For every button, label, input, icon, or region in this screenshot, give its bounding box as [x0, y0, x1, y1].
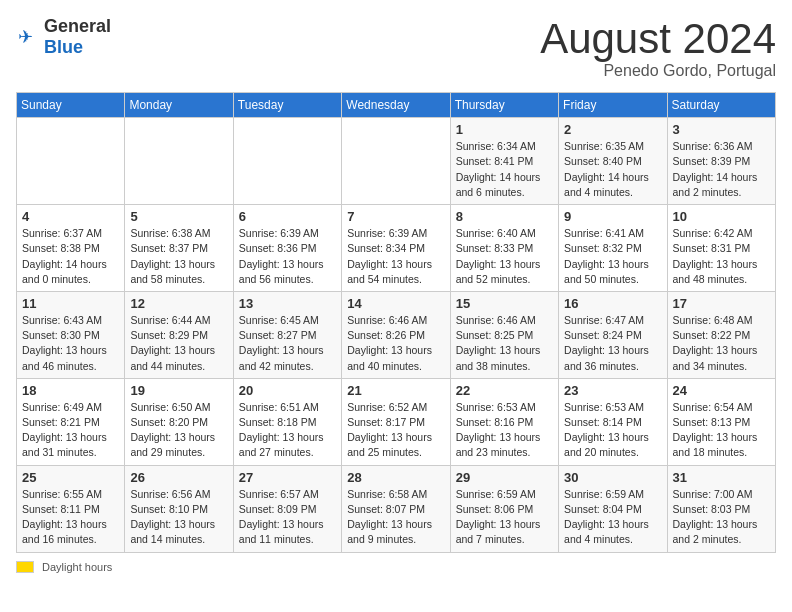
- day-info: Sunrise: 6:39 AM Sunset: 8:36 PM Dayligh…: [239, 226, 336, 287]
- day-info: Sunrise: 6:49 AM Sunset: 8:21 PM Dayligh…: [22, 400, 119, 461]
- calendar-cell: 4Sunrise: 6:37 AM Sunset: 8:38 PM Daylig…: [17, 205, 125, 292]
- calendar-cell: [125, 118, 233, 205]
- day-info: Sunrise: 6:58 AM Sunset: 8:07 PM Dayligh…: [347, 487, 444, 548]
- calendar-cell: 20Sunrise: 6:51 AM Sunset: 8:18 PM Dayli…: [233, 378, 341, 465]
- calendar-cell: 13Sunrise: 6:45 AM Sunset: 8:27 PM Dayli…: [233, 291, 341, 378]
- day-number: 6: [239, 209, 336, 224]
- calendar-cell: 12Sunrise: 6:44 AM Sunset: 8:29 PM Dayli…: [125, 291, 233, 378]
- weekday-header-wednesday: Wednesday: [342, 93, 450, 118]
- day-number: 14: [347, 296, 444, 311]
- calendar-cell: 16Sunrise: 6:47 AM Sunset: 8:24 PM Dayli…: [559, 291, 667, 378]
- day-number: 31: [673, 470, 770, 485]
- calendar-cell: 22Sunrise: 6:53 AM Sunset: 8:16 PM Dayli…: [450, 378, 558, 465]
- day-info: Sunrise: 6:53 AM Sunset: 8:16 PM Dayligh…: [456, 400, 553, 461]
- day-number: 24: [673, 383, 770, 398]
- calendar-cell: 19Sunrise: 6:50 AM Sunset: 8:20 PM Dayli…: [125, 378, 233, 465]
- svg-text:✈: ✈: [18, 27, 33, 47]
- day-number: 21: [347, 383, 444, 398]
- day-number: 9: [564, 209, 661, 224]
- month-title: August 2024: [540, 16, 776, 62]
- weekday-header-sunday: Sunday: [17, 93, 125, 118]
- day-info: Sunrise: 6:42 AM Sunset: 8:31 PM Dayligh…: [673, 226, 770, 287]
- calendar-cell: 18Sunrise: 6:49 AM Sunset: 8:21 PM Dayli…: [17, 378, 125, 465]
- calendar-week-row: 11Sunrise: 6:43 AM Sunset: 8:30 PM Dayli…: [17, 291, 776, 378]
- day-info: Sunrise: 6:43 AM Sunset: 8:30 PM Dayligh…: [22, 313, 119, 374]
- calendar-cell: 5Sunrise: 6:38 AM Sunset: 8:37 PM Daylig…: [125, 205, 233, 292]
- day-number: 30: [564, 470, 661, 485]
- day-info: Sunrise: 6:35 AM Sunset: 8:40 PM Dayligh…: [564, 139, 661, 200]
- day-number: 26: [130, 470, 227, 485]
- day-number: 7: [347, 209, 444, 224]
- weekday-header-saturday: Saturday: [667, 93, 775, 118]
- calendar-cell: 11Sunrise: 6:43 AM Sunset: 8:30 PM Dayli…: [17, 291, 125, 378]
- day-info: Sunrise: 7:00 AM Sunset: 8:03 PM Dayligh…: [673, 487, 770, 548]
- calendar-cell: [342, 118, 450, 205]
- day-info: Sunrise: 6:56 AM Sunset: 8:10 PM Dayligh…: [130, 487, 227, 548]
- day-number: 29: [456, 470, 553, 485]
- weekday-header-tuesday: Tuesday: [233, 93, 341, 118]
- day-number: 20: [239, 383, 336, 398]
- day-number: 18: [22, 383, 119, 398]
- legend-icon: [16, 561, 34, 573]
- day-number: 16: [564, 296, 661, 311]
- calendar-cell: 10Sunrise: 6:42 AM Sunset: 8:31 PM Dayli…: [667, 205, 775, 292]
- calendar-cell: 21Sunrise: 6:52 AM Sunset: 8:17 PM Dayli…: [342, 378, 450, 465]
- weekday-header-row: SundayMondayTuesdayWednesdayThursdayFrid…: [17, 93, 776, 118]
- day-info: Sunrise: 6:51 AM Sunset: 8:18 PM Dayligh…: [239, 400, 336, 461]
- calendar-cell: 1Sunrise: 6:34 AM Sunset: 8:41 PM Daylig…: [450, 118, 558, 205]
- day-number: 25: [22, 470, 119, 485]
- calendar-cell: 23Sunrise: 6:53 AM Sunset: 8:14 PM Dayli…: [559, 378, 667, 465]
- calendar-cell: 9Sunrise: 6:41 AM Sunset: 8:32 PM Daylig…: [559, 205, 667, 292]
- day-info: Sunrise: 6:36 AM Sunset: 8:39 PM Dayligh…: [673, 139, 770, 200]
- day-number: 3: [673, 122, 770, 137]
- header: ✈ General Blue August 2024 Penedo Gordo,…: [16, 16, 776, 80]
- day-number: 27: [239, 470, 336, 485]
- day-info: Sunrise: 6:37 AM Sunset: 8:38 PM Dayligh…: [22, 226, 119, 287]
- day-info: Sunrise: 6:39 AM Sunset: 8:34 PM Dayligh…: [347, 226, 444, 287]
- calendar-table: SundayMondayTuesdayWednesdayThursdayFrid…: [16, 92, 776, 552]
- calendar-cell: 25Sunrise: 6:55 AM Sunset: 8:11 PM Dayli…: [17, 465, 125, 552]
- calendar-cell: [17, 118, 125, 205]
- calendar-cell: 14Sunrise: 6:46 AM Sunset: 8:26 PM Dayli…: [342, 291, 450, 378]
- day-number: 19: [130, 383, 227, 398]
- day-info: Sunrise: 6:48 AM Sunset: 8:22 PM Dayligh…: [673, 313, 770, 374]
- day-info: Sunrise: 6:44 AM Sunset: 8:29 PM Dayligh…: [130, 313, 227, 374]
- calendar-cell: 17Sunrise: 6:48 AM Sunset: 8:22 PM Dayli…: [667, 291, 775, 378]
- day-info: Sunrise: 6:45 AM Sunset: 8:27 PM Dayligh…: [239, 313, 336, 374]
- day-number: 11: [22, 296, 119, 311]
- calendar-cell: 6Sunrise: 6:39 AM Sunset: 8:36 PM Daylig…: [233, 205, 341, 292]
- title-area: August 2024 Penedo Gordo, Portugal: [540, 16, 776, 80]
- calendar-cell: 3Sunrise: 6:36 AM Sunset: 8:39 PM Daylig…: [667, 118, 775, 205]
- calendar-cell: 28Sunrise: 6:58 AM Sunset: 8:07 PM Dayli…: [342, 465, 450, 552]
- day-info: Sunrise: 6:46 AM Sunset: 8:26 PM Dayligh…: [347, 313, 444, 374]
- calendar-cell: 2Sunrise: 6:35 AM Sunset: 8:40 PM Daylig…: [559, 118, 667, 205]
- day-number: 2: [564, 122, 661, 137]
- day-number: 1: [456, 122, 553, 137]
- day-info: Sunrise: 6:59 AM Sunset: 8:04 PM Dayligh…: [564, 487, 661, 548]
- day-info: Sunrise: 6:54 AM Sunset: 8:13 PM Dayligh…: [673, 400, 770, 461]
- day-number: 15: [456, 296, 553, 311]
- logo: ✈ General Blue: [16, 16, 111, 58]
- day-number: 5: [130, 209, 227, 224]
- day-number: 12: [130, 296, 227, 311]
- calendar-cell: 26Sunrise: 6:56 AM Sunset: 8:10 PM Dayli…: [125, 465, 233, 552]
- day-info: Sunrise: 6:47 AM Sunset: 8:24 PM Dayligh…: [564, 313, 661, 374]
- calendar-cell: 27Sunrise: 6:57 AM Sunset: 8:09 PM Dayli…: [233, 465, 341, 552]
- day-info: Sunrise: 6:38 AM Sunset: 8:37 PM Dayligh…: [130, 226, 227, 287]
- weekday-header-thursday: Thursday: [450, 93, 558, 118]
- weekday-header-friday: Friday: [559, 93, 667, 118]
- legend-label: Daylight hours: [42, 561, 112, 573]
- day-info: Sunrise: 6:50 AM Sunset: 8:20 PM Dayligh…: [130, 400, 227, 461]
- calendar-cell: 30Sunrise: 6:59 AM Sunset: 8:04 PM Dayli…: [559, 465, 667, 552]
- calendar-cell: 24Sunrise: 6:54 AM Sunset: 8:13 PM Dayli…: [667, 378, 775, 465]
- legend: Daylight hours: [16, 561, 776, 573]
- weekday-header-monday: Monday: [125, 93, 233, 118]
- day-info: Sunrise: 6:52 AM Sunset: 8:17 PM Dayligh…: [347, 400, 444, 461]
- day-number: 23: [564, 383, 661, 398]
- day-info: Sunrise: 6:46 AM Sunset: 8:25 PM Dayligh…: [456, 313, 553, 374]
- day-info: Sunrise: 6:55 AM Sunset: 8:11 PM Dayligh…: [22, 487, 119, 548]
- calendar-week-row: 18Sunrise: 6:49 AM Sunset: 8:21 PM Dayli…: [17, 378, 776, 465]
- day-number: 17: [673, 296, 770, 311]
- day-info: Sunrise: 6:34 AM Sunset: 8:41 PM Dayligh…: [456, 139, 553, 200]
- calendar-cell: 8Sunrise: 6:40 AM Sunset: 8:33 PM Daylig…: [450, 205, 558, 292]
